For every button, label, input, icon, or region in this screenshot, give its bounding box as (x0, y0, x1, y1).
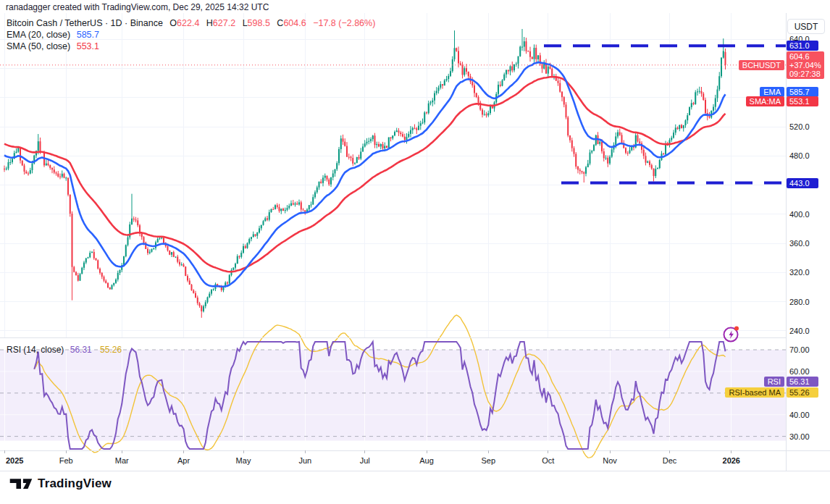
price-tick-240: 240.0 (789, 327, 810, 335)
rsi-ma-value-name-label: RSI-based MA (725, 387, 784, 398)
price-tick-280: 280.0 (789, 298, 810, 306)
time-label-2025: 2025 (6, 456, 23, 465)
time-label-Apr: Apr (177, 456, 190, 465)
rsi-tick-40: 40.00 (789, 411, 810, 419)
symbol-title: Bitcoin Cash / TetherUS · 1D · Binance (7, 18, 163, 28)
time-label-Sep: Sep (481, 456, 495, 465)
ema-legend-row[interactable]: EMA (20, close) 585.7 (7, 29, 375, 41)
price-tick-520: 520.0 (789, 122, 810, 131)
rsi-tick-60: 60.00 (789, 367, 810, 376)
flash-boost-button[interactable] (721, 324, 742, 344)
rsi-legend-row[interactable]: RSI (14, close) 56.31 55.26 (7, 345, 122, 355)
time-label-Nov: Nov (603, 456, 617, 465)
symbol-legend[interactable]: Bitcoin Cash / TetherUS · 1D · Binance O… (7, 17, 375, 52)
last-price-badge: 604.6+37.04%09:27:38 (787, 51, 824, 79)
sma-label: SMA (50, close) (7, 41, 70, 51)
time-label-Mar: Mar (115, 456, 129, 465)
title-row: Bitcoin Cash / TetherUS · 1D · Binance O… (7, 17, 375, 29)
ema-value-name-label: EMA (760, 87, 784, 97)
chart-window: ranadagger created with TradingView.com,… (0, 0, 830, 504)
rsi-tick-70: 70.00 (789, 345, 810, 354)
footer-logo[interactable]: TradingView (9, 476, 112, 491)
time-label-Jul: Jul (360, 456, 370, 465)
sma-value-name-label: SMA:MA (746, 96, 784, 106)
high-value: 627.2 (213, 18, 235, 28)
time-label-Oct: Oct (542, 456, 554, 465)
brand-name: TradingView (38, 476, 112, 491)
time-label-May: May (236, 456, 251, 465)
rsi-value: 56.31 (70, 345, 92, 355)
ema-value-badge: 585.7 (787, 87, 818, 97)
rsi-ma-value-badge: 55.26 (787, 387, 818, 398)
close-value: 604.6 (283, 18, 306, 28)
price-chart-canvas[interactable] (0, 0, 830, 474)
ema-value: 585.7 (77, 30, 99, 40)
sma-value-badge: 553.1 (787, 96, 818, 106)
resistance-level-badge: 631.0 (787, 41, 818, 51)
last-price-name-label: BCHUSDT (739, 60, 784, 70)
lightning-bolt-icon (729, 331, 734, 340)
open-label: O (169, 18, 177, 28)
rsi-value-name-label: RSI (764, 377, 784, 387)
time-label-Dec: Dec (663, 456, 677, 465)
time-label-Feb: Feb (59, 456, 73, 465)
rsi-value-badge: 56.31 (787, 377, 818, 387)
notification-dot-icon (734, 327, 739, 331)
change-value: −17.8 (−2.86%) (313, 18, 375, 28)
sma-value: 553.1 (77, 41, 99, 51)
ema-label: EMA (20, close) (7, 30, 70, 40)
price-tick-360: 360.0 (789, 239, 810, 248)
price-tick-480: 480.0 (789, 151, 810, 160)
low-label: L (243, 18, 248, 28)
time-label-2026: 2026 (723, 456, 740, 465)
low-value: 598.5 (248, 18, 270, 28)
time-label-Aug: Aug (419, 456, 434, 465)
tradingview-logo-icon (9, 477, 33, 491)
support-level-badge: 443.0 (787, 178, 818, 188)
currency-unit-button[interactable]: USDT (787, 19, 825, 34)
time-label-Jun: Jun (298, 456, 311, 465)
rsi-tick-30: 30.00 (789, 432, 810, 441)
rsi-label: RSI (14, close) (7, 345, 64, 355)
high-label: H (206, 18, 213, 28)
sma-legend-row[interactable]: SMA (50, close) 553.1 (7, 41, 375, 52)
price-tick-320: 320.0 (789, 268, 810, 277)
open-value: 622.4 (177, 18, 199, 28)
price-tick-400: 400.0 (789, 210, 810, 219)
rsi-ma-value: 55.26 (100, 345, 122, 355)
